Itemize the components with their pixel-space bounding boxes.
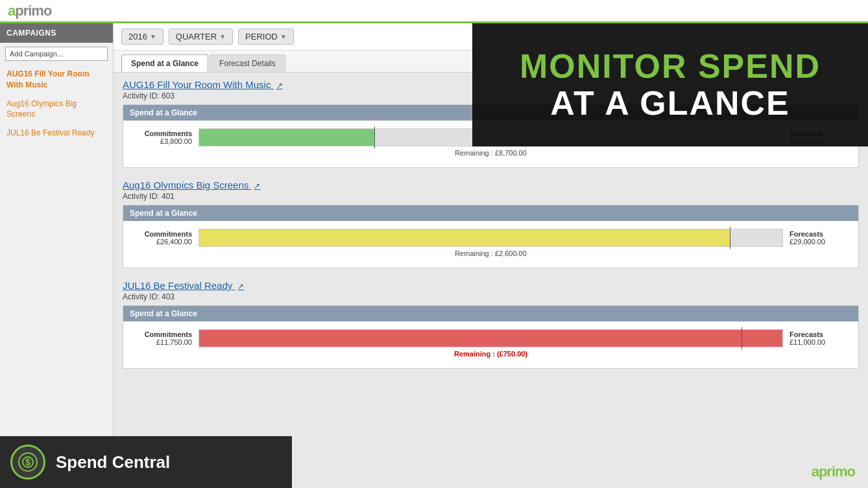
external-link-icon-2: ↗ [254, 181, 260, 191]
spend-glance-header-2: Spend at a Glance [123, 205, 858, 221]
sidebar-item-aug16-olympics[interactable]: Aug16 Olympics Big Screens [0, 95, 113, 124]
remaining-1: Remaining : £8,700.00 [134, 149, 848, 157]
bar-fill-1 [199, 129, 374, 146]
overlay-line1: MONITOR SPEND [520, 48, 821, 85]
quarter-dropdown-arrow-icon: ▼ [219, 33, 226, 40]
commitments-label-1: Commitments £3,800.00 [134, 130, 192, 145]
svg-text:$: $ [25, 457, 30, 467]
bar-fill-3 [199, 330, 782, 347]
spend-glance-box-2: Spend at a Glance Commitments £26,400.00 [123, 205, 859, 268]
external-link-icon-3: ↗ [237, 282, 244, 291]
logo-rest: primo [15, 3, 51, 19]
bar-marker-3 [741, 327, 742, 349]
sidebar-item-jul16-festival[interactable]: JUL16 Be Festival Ready [0, 124, 113, 143]
commitments-label-3: Commitments £11,750.00 [134, 331, 192, 346]
overlay-line2: AT A GLANCE [550, 85, 790, 122]
spend-glance-box-3: Spend at a Glance Commitments £11,750.00 [123, 305, 859, 369]
sidebar-header: CAMPAIGNS [0, 23, 113, 43]
top-bar: aprimo [0, 0, 868, 23]
bar-marker-2 [730, 227, 730, 249]
bar-track-2 [199, 229, 783, 247]
spend-central-icon: $ [10, 445, 45, 480]
year-dropdown[interactable]: 2016 ▼ [121, 29, 163, 45]
activity-id-jul16-festival: Activity ID: 403 [123, 292, 859, 301]
bottom-aprimo-logo: aprimo [812, 463, 855, 480]
commitments-label-2: Commitments £26,400.00 [134, 230, 192, 246]
overlay-banner: MONITOR SPEND AT A GLANCE [472, 23, 868, 146]
aprimo-logo: aprimo [8, 3, 51, 19]
campaign-title-jul16-festival[interactable]: JUL16 Be Festival Ready ↗ [123, 280, 859, 291]
bar-fill-2 [199, 229, 730, 246]
spend-glance-body-3: Commitments £11,750.00 Forecasts £11,000… [123, 321, 858, 368]
spend-glance-body-2: Commitments £26,400.00 Forecasts £29,000… [123, 221, 858, 268]
year-dropdown-arrow-icon: ▼ [150, 33, 156, 40]
remaining-3: Remaining : (£750.00) [134, 350, 848, 358]
sidebar-item-aug16-fill[interactable]: AUG16 Fill Your Room With Music [0, 65, 113, 95]
bar-marker-1 [374, 126, 375, 148]
bar-container-2: Commitments £26,400.00 Forecasts £29,000… [134, 229, 848, 247]
period-dropdown-arrow-icon: ▼ [280, 33, 287, 40]
dollar-icon: $ [18, 452, 38, 472]
activity-id-aug16-olympics: Activity ID: 401 [123, 192, 859, 201]
sidebar: CAMPAIGNS AUG16 Fill Your Room With Musi… [0, 23, 114, 488]
campaign-title-aug16-olympics[interactable]: Aug16 Olympics Big Screens ↗ [123, 180, 859, 191]
remaining-2: Remaining : £2,600.00 [134, 250, 848, 257]
bar-container-3: Commitments £11,750.00 Forecasts £11,000… [134, 329, 848, 347]
campaign-jul16-festival: JUL16 Be Festival Ready ↗ Activity ID: 4… [123, 280, 859, 369]
campaign-aug16-olympics: Aug16 Olympics Big Screens ↗ Activity ID… [123, 180, 859, 268]
logo-a: a [8, 3, 15, 19]
tab-spend-at-a-glance[interactable]: Spend at a Glance [121, 54, 208, 72]
bar-track-3 [199, 329, 783, 347]
quarter-dropdown[interactable]: QUARTER ▼ [169, 29, 233, 45]
tab-forecast-details[interactable]: Forecast Details [210, 54, 285, 72]
spend-central-title: Spend Central [56, 452, 170, 472]
forecasts-label-2: Forecasts £29,000.00 [790, 230, 848, 246]
external-link-icon: ↗ [276, 81, 283, 90]
add-campaign-button[interactable] [5, 47, 108, 61]
spend-glance-header-3: Spend at a Glance [123, 306, 858, 321]
period-dropdown[interactable]: PERIOD ▼ [238, 29, 294, 45]
bottom-right-logo: aprimo [806, 463, 855, 480]
forecasts-label-3: Forecasts £11,000.00 [790, 331, 848, 346]
bottom-bar: $ Spend Central [0, 436, 292, 488]
